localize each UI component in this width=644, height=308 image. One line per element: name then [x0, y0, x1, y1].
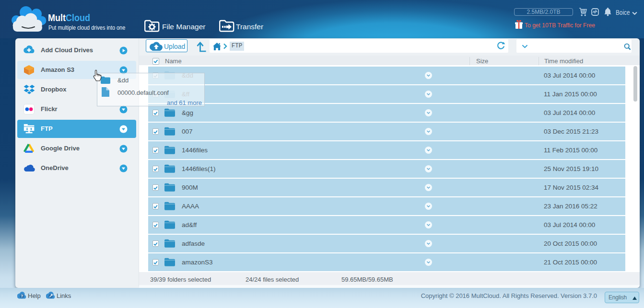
- svg-text:?: ?: [21, 294, 23, 298]
